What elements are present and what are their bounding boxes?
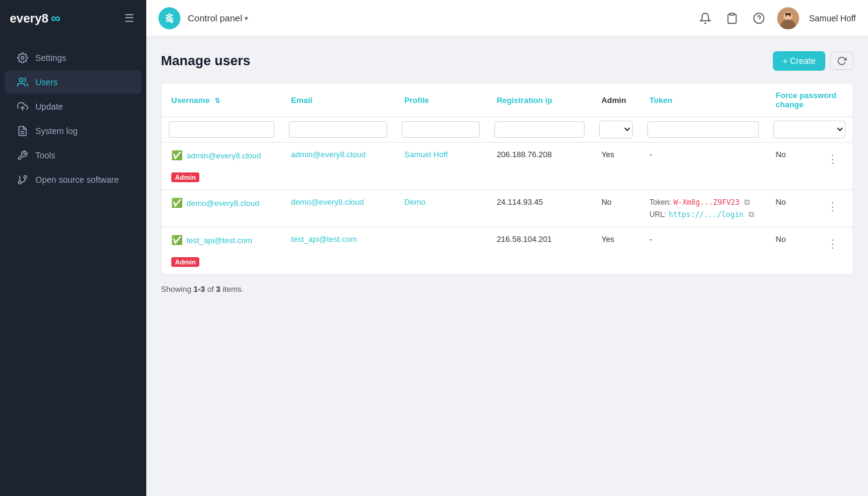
- sidebar-item-open-source[interactable]: Open source software: [5, 168, 141, 191]
- avatar[interactable]: [777, 7, 799, 29]
- row3-forcepw-cell: No ⋮: [766, 227, 853, 275]
- bell-icon: [699, 12, 711, 24]
- notifications-button[interactable]: [697, 10, 714, 27]
- row3-username-cell: ✅ test_api@test.com Admin: [162, 227, 282, 275]
- row1-profile-link[interactable]: Samuel Hoff: [404, 150, 477, 159]
- sidebar-item-system-log-label: System log: [35, 126, 77, 136]
- help-button[interactable]: [750, 10, 767, 27]
- refresh-button[interactable]: [830, 52, 853, 70]
- filter-row: Yes No Yes No: [162, 117, 853, 143]
- row1-check-icon: ✅: [171, 150, 183, 161]
- row1-token-cell: -: [640, 143, 766, 190]
- svg-point-24: [786, 15, 787, 16]
- row1-email-cell: admin@every8.cloud: [282, 143, 395, 190]
- cloud-icon: [17, 101, 28, 112]
- header-username[interactable]: Samuel Hoff: [809, 13, 856, 23]
- panel-title[interactable]: Control panel ▾: [188, 13, 248, 23]
- page-content: Manage users + Create Username ⇅: [146, 37, 868, 496]
- row1-admin-cell: Yes: [592, 143, 640, 190]
- row1-username-link[interactable]: ✅ admin@every8.cloud: [171, 150, 272, 161]
- svg-point-1: [20, 78, 23, 82]
- row3-email-link[interactable]: test_api@test.com: [291, 235, 385, 244]
- filter-forcepw-select[interactable]: Yes No: [774, 121, 845, 138]
- row2-profile-cell: Demo: [394, 190, 487, 227]
- filter-email-cell: [282, 117, 395, 143]
- wrench-icon: [17, 150, 28, 161]
- help-icon: [753, 12, 765, 24]
- row2-profile-link[interactable]: Demo: [404, 197, 477, 207]
- table-row: ✅ test_api@test.com Admin test_api@test.…: [162, 227, 853, 275]
- row3-username-link[interactable]: ✅ test_api@test.com: [171, 235, 272, 246]
- col-email: Email: [282, 83, 395, 117]
- filter-token-input[interactable]: [647, 121, 759, 138]
- users-table-container: Username ⇅ Email Profile Registration ip: [161, 83, 853, 275]
- col-username: Username ⇅: [162, 83, 282, 117]
- sidebar-item-tools[interactable]: Tools: [5, 144, 141, 167]
- control-panel-icon: [158, 7, 180, 29]
- sidebar-item-update[interactable]: Update: [5, 95, 141, 118]
- svg-rect-23: [785, 13, 791, 15]
- col-profile: Profile: [394, 83, 487, 117]
- table-row: ✅ admin@every8.cloud Admin admin@every8.…: [162, 143, 853, 190]
- row2-url-row: URL: https://.../login ⧉: [650, 210, 756, 219]
- row3-more-button[interactable]: ⋮: [822, 235, 843, 253]
- col-reg-ip: Registration ip: [487, 83, 592, 117]
- users-table: Username ⇅ Email Profile Registration ip: [162, 83, 853, 274]
- row2-username-cell: ✅ demo@every8.cloud: [162, 190, 282, 227]
- row3-admin-cell: Yes: [592, 227, 640, 275]
- clipboard-icon: [726, 12, 738, 24]
- sidebar-item-system-log[interactable]: System log: [5, 119, 141, 143]
- filter-email-input[interactable]: [289, 121, 388, 138]
- col-admin: Admin: [592, 83, 640, 117]
- filter-regip-input[interactable]: [494, 121, 585, 138]
- sidebar-item-update-label: Update: [35, 102, 63, 112]
- sidebar-item-users-label: Users: [35, 77, 58, 87]
- svg-point-0: [21, 57, 24, 60]
- sidebar-item-users[interactable]: Users: [5, 71, 141, 94]
- header-actions: Samuel Hoff: [697, 7, 856, 29]
- row1-admin-badge: Admin: [171, 172, 199, 182]
- logo-icon: ∞: [51, 10, 60, 26]
- sidebar-nav: Settings Users Update System log: [0, 37, 146, 201]
- filter-profile-input[interactable]: [402, 121, 480, 138]
- col-force-pw: Force password change: [766, 83, 853, 117]
- filter-username-input[interactable]: [169, 121, 274, 138]
- token-label: Token:: [650, 198, 671, 207]
- clipboard-button[interactable]: [724, 10, 741, 27]
- svg-point-25: [789, 15, 791, 16]
- row2-check-icon: ✅: [171, 197, 183, 208]
- users-icon: [17, 77, 28, 88]
- create-button[interactable]: + Create: [773, 51, 825, 71]
- gear-icon: [17, 52, 28, 63]
- table-header-row: Username ⇅ Email Profile Registration ip: [162, 83, 853, 117]
- row2-admin-cell: No: [592, 190, 640, 227]
- row2-email-link[interactable]: demo@every8.cloud: [291, 197, 385, 207]
- table-header: Username ⇅ Email Profile Registration ip: [162, 83, 853, 143]
- copy-token-icon[interactable]: ⧉: [744, 197, 750, 207]
- row2-email-cell: demo@every8.cloud: [282, 190, 395, 227]
- svg-point-6: [24, 175, 27, 179]
- url-value: https://.../login: [669, 210, 744, 219]
- row2-more-button[interactable]: ⋮: [822, 197, 843, 216]
- filter-regip-cell: [487, 117, 592, 143]
- svg-rect-17: [730, 13, 735, 15]
- row1-email-link[interactable]: admin@every8.cloud: [291, 150, 385, 159]
- logo-name: every8: [10, 12, 48, 26]
- filter-admin-select[interactable]: Yes No: [599, 121, 633, 138]
- row1-more-button[interactable]: ⋮: [822, 150, 843, 168]
- copy-url-icon[interactable]: ⧉: [749, 210, 754, 219]
- col-token: Token: [640, 83, 766, 117]
- sidebar-item-tools-label: Tools: [35, 151, 55, 160]
- row3-check-icon: ✅: [171, 235, 183, 246]
- row1-regip-cell: 206.188.76.208: [487, 143, 592, 190]
- row1-profile-cell: Samuel Hoff: [394, 143, 487, 190]
- sidebar-logo: every8 ∞ ☰: [0, 0, 146, 37]
- filter-admin-cell: Yes No: [592, 117, 640, 143]
- showing-text: Showing 1-3 of 3 items.: [161, 285, 853, 294]
- table-row: ✅ demo@every8.cloud demo@every8.cloud De…: [162, 190, 853, 227]
- filter-token-cell: [640, 117, 766, 143]
- sidebar-item-settings[interactable]: Settings: [5, 46, 141, 69]
- row2-forcepw-cell: No ⋮: [766, 190, 853, 227]
- row2-username-link[interactable]: ✅ demo@every8.cloud: [171, 197, 272, 208]
- hamburger-button[interactable]: ☰: [122, 9, 137, 27]
